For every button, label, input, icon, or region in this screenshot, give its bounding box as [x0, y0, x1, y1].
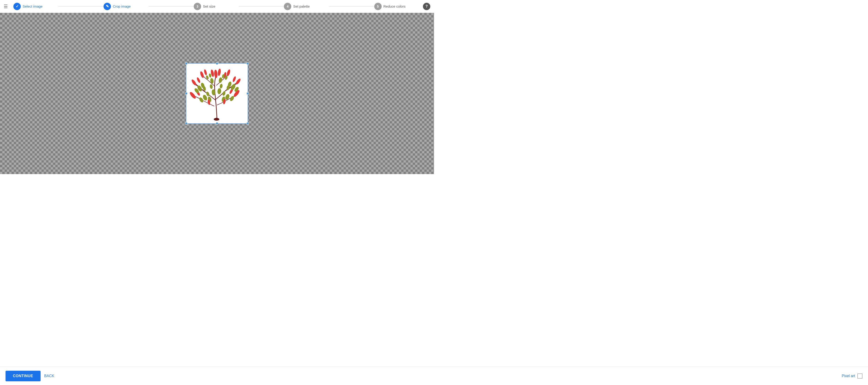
step-2-label: Crop image [113, 4, 131, 8]
svg-point-0 [214, 70, 218, 78]
crop-handle-top-left[interactable] [185, 62, 187, 65]
step-5-label: Reduce colors [383, 4, 406, 8]
svg-point-37 [206, 75, 209, 80]
svg-point-26 [217, 88, 221, 94]
svg-point-1 [217, 68, 221, 76]
svg-point-23 [210, 78, 214, 84]
step-3[interactable]: 3 Set size [194, 3, 239, 10]
svg-point-3 [199, 71, 205, 78]
step-4[interactable]: 4 Set palette [284, 3, 329, 10]
step-5-circle: 5 [374, 3, 382, 10]
step-1-circle [13, 3, 21, 10]
step-2-edit-icon [106, 4, 109, 8]
svg-point-7 [191, 79, 197, 86]
svg-point-35 [210, 84, 213, 89]
header: ☰ Select image Crop image 3 Set size [0, 0, 434, 13]
step-4-number: 4 [287, 5, 288, 8]
step-2[interactable]: Crop image [103, 3, 149, 10]
svg-point-36 [220, 83, 223, 89]
svg-point-11 [189, 91, 197, 100]
svg-point-4 [204, 69, 207, 75]
step-1-label: Select image [23, 4, 43, 8]
crop-handle-top-middle[interactable] [216, 62, 218, 65]
crop-handle-middle-right[interactable] [247, 92, 249, 95]
crop-handle-bottom-right[interactable] [247, 122, 249, 125]
canvas-area [0, 13, 434, 174]
step-4-circle: 4 [284, 3, 291, 10]
svg-point-34 [222, 91, 226, 96]
plant-image [186, 64, 248, 124]
step-2-circle [103, 3, 111, 10]
step-connector-1-2 [59, 6, 104, 6]
step-5[interactable]: 5 Reduce colors [374, 3, 420, 10]
crop-handle-middle-left[interactable] [185, 92, 187, 95]
svg-point-9 [235, 78, 241, 85]
step-1-check-icon [16, 4, 19, 8]
step-connector-4-5 [329, 6, 374, 6]
crop-handle-bottom-middle[interactable] [216, 122, 218, 125]
crop-box[interactable] [186, 63, 248, 124]
help-button[interactable]: ? [423, 3, 430, 10]
step-connector-3-4 [239, 6, 284, 6]
step-1[interactable]: Select image [13, 3, 59, 10]
hamburger-menu[interactable]: ☰ [4, 4, 8, 9]
svg-point-10 [232, 76, 236, 82]
svg-point-33 [206, 92, 210, 97]
svg-point-8 [196, 77, 201, 83]
crop-handle-bottom-left[interactable] [185, 122, 187, 125]
step-3-number: 3 [196, 5, 198, 8]
step-5-number: 5 [377, 5, 379, 8]
svg-point-24 [218, 77, 222, 83]
crop-handle-top-right[interactable] [247, 62, 249, 65]
step-3-label: Set size [203, 4, 215, 8]
stepper: Select image Crop image 3 Set size 4 Set… [13, 3, 419, 10]
step-connector-2-3 [149, 6, 194, 6]
step-3-circle: 3 [194, 3, 201, 10]
step-4-label: Set palette [293, 4, 310, 8]
